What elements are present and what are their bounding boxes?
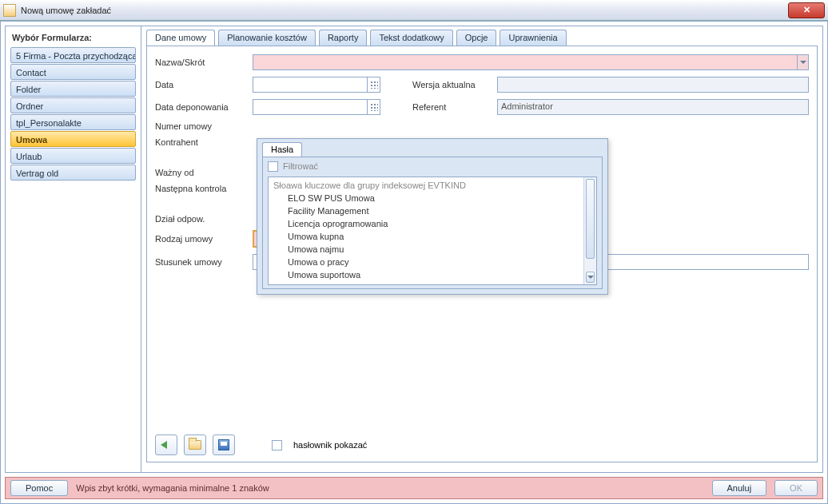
data-field[interactable]	[253, 77, 380, 93]
label-rodzaj: Rodzaj umowy	[155, 234, 253, 244]
sidebar-title: Wybór Formularza:	[10, 30, 141, 47]
popup-scrollbar[interactable]	[583, 177, 596, 284]
filter-label: Filtrować	[283, 161, 318, 171]
calendar-icon[interactable]	[367, 100, 380, 114]
label-wersja: Wersja aktualna	[412, 80, 497, 89]
keyword-option[interactable]: Facility Management	[269, 204, 583, 217]
wersja-field	[497, 77, 809, 93]
folder-open-icon	[189, 440, 201, 450]
keyword-option[interactable]: ELO SW PUS Umowa	[269, 192, 583, 204]
sidebar-item[interactable]: Umowa	[10, 131, 136, 147]
scrollbar-thumb[interactable]	[586, 179, 595, 259]
dialog-footer: Pomoc Wpis zbyt krótki, wymagania minima…	[5, 477, 823, 499]
tab-row: Dane umowyPlanowanie kosztówRaportyTekst…	[146, 30, 818, 46]
sidebar-item[interactable]: Contact	[10, 64, 136, 80]
tab[interactable]: Uprawnienia	[500, 30, 566, 46]
label-kontrola: Następna kontrola	[155, 184, 253, 193]
label-referent: Referent	[412, 102, 497, 112]
filter-checkbox[interactable]	[268, 161, 278, 172]
data-value	[253, 77, 367, 92]
calendar-icon[interactable]	[367, 77, 380, 92]
label-stosunek: Stusunek umowy	[155, 257, 253, 267]
tab[interactable]: Dane umowy	[146, 30, 215, 46]
sidebar-item[interactable]: 5 Firma - Poczta przychodząca	[10, 47, 136, 63]
help-button[interactable]: Pomoc	[10, 480, 68, 496]
label-data: Data	[155, 80, 253, 89]
referent-field: Administrator	[497, 99, 809, 115]
keyword-list: Słoawa kluczowe dla grupy indeksowej EVT…	[268, 177, 597, 285]
back-arrow-icon	[161, 439, 172, 450]
sidebar-item[interactable]: Ordner	[10, 97, 136, 113]
label-nazwa: Nazwa/Skrót	[155, 58, 253, 67]
back-button[interactable]	[155, 435, 177, 455]
nazwa-value	[253, 55, 797, 69]
keyword-option[interactable]: Umowa kupna	[269, 230, 583, 243]
nazwa-dropdown-icon[interactable]	[797, 55, 808, 69]
popup-tab-hasla[interactable]: Hasła	[262, 142, 302, 157]
save-button[interactable]	[213, 435, 235, 455]
ok-button: OK	[774, 480, 818, 496]
sidebar-item[interactable]: Vertrag old	[10, 165, 136, 181]
label-deponowania: Data deponowania	[155, 102, 253, 112]
label-wazny: Ważny od	[155, 168, 253, 177]
keyword-option[interactable]: Licencja oprogramowania	[269, 217, 583, 230]
tab[interactable]: Raporty	[319, 30, 368, 46]
window-close-button[interactable]: ✕	[788, 2, 825, 18]
sidebar-item[interactable]: Urlaub	[10, 148, 136, 164]
cancel-button[interactable]: Anuluj	[712, 480, 767, 496]
dialog-frame: Wybór Formularza: 5 Firma - Poczta przyc…	[0, 21, 828, 504]
form-toolbar: hasłownik pokazać	[155, 435, 367, 455]
window-title: Nową umowę zakładać	[21, 6, 111, 15]
show-dictionary-label: hasłownik pokazać	[293, 440, 367, 450]
keyword-option[interactable]: Umowa suportowa	[269, 268, 583, 281]
floppy-icon	[218, 439, 229, 450]
validation-message: Wpis zbyt krótki, wymagania minimalne 1 …	[76, 483, 269, 493]
tab[interactable]: Planowanie kosztów	[218, 30, 316, 46]
deponowania-field[interactable]	[253, 99, 380, 115]
open-button[interactable]	[184, 435, 206, 455]
show-dictionary-checkbox[interactable]	[272, 440, 282, 450]
label-kontrahent: Kontrahent	[155, 137, 253, 147]
label-dzial: Dział odpow.	[155, 214, 253, 224]
sidebar-item[interactable]: tpl_Personalakte	[10, 114, 136, 130]
keyword-option[interactable]: Umowa o pracy	[269, 256, 583, 268]
nazwa-field[interactable]	[253, 54, 809, 70]
keyword-popup: Hasła Filtrować Słoawa kluczowe dla grup…	[257, 138, 608, 295]
app-icon	[3, 4, 16, 17]
keyword-option[interactable]: Umowa najmu	[269, 243, 583, 256]
tab[interactable]: Tekst dodatkowy	[370, 30, 452, 46]
scroll-down-icon[interactable]	[586, 272, 595, 283]
close-icon: ✕	[803, 5, 810, 15]
deponowania-value	[253, 100, 367, 114]
label-numer: Numer umowy	[155, 121, 253, 131]
keyword-group-label: Słoawa kluczowe dla grupy indeksowej EVT…	[269, 179, 583, 192]
sidebar-item[interactable]: Folder	[10, 81, 136, 97]
form-selector-sidebar: Wybór Formularza: 5 Firma - Poczta przyc…	[6, 26, 141, 472]
tab[interactable]: Opcje	[456, 30, 497, 46]
window-titlebar: Nową umowę zakładać ✕	[0, 0, 828, 21]
